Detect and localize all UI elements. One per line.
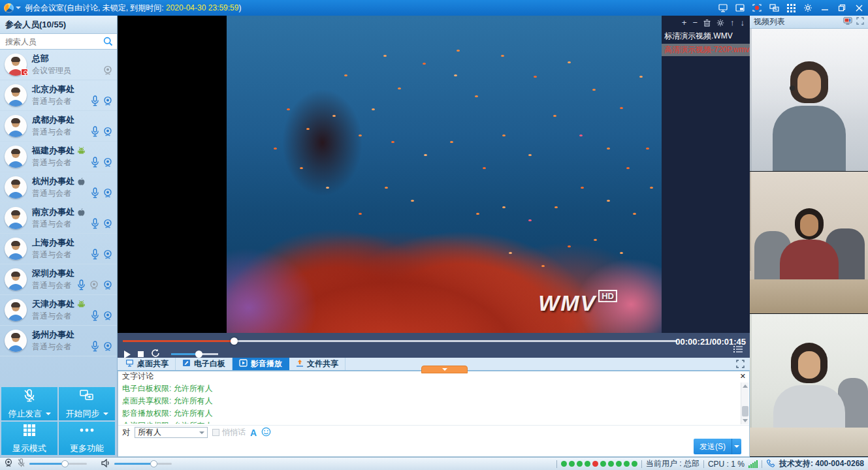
pip-window-button[interactable] (735, 3, 745, 12)
video-thumbnail-2[interactable] (750, 172, 868, 315)
webcam-icon[interactable] (103, 280, 113, 290)
mic-icon[interactable] (91, 95, 99, 106)
chat-scrollbar[interactable] (741, 383, 748, 424)
volume-slider[interactable] (171, 353, 218, 355)
move-up-button[interactable]: ↑ (730, 19, 735, 27)
send-options-button[interactable] (731, 439, 741, 454)
recipient-select[interactable]: 所有人 (135, 427, 208, 438)
mic-icon[interactable] (91, 341, 99, 352)
scroll-down-icon[interactable] (743, 419, 748, 422)
participant-name: 南京办事处 (32, 206, 74, 218)
webcam-icon[interactable] (103, 219, 113, 229)
mic-icon[interactable] (91, 218, 99, 229)
participant-role: 普通与会者 (32, 341, 71, 352)
slider-handle[interactable] (61, 460, 69, 467)
font-style-button[interactable]: A (250, 428, 257, 438)
video-content (227, 16, 230, 18)
playlist-item-label: 标清演示视频.WMV (664, 31, 733, 40)
progress-handle[interactable] (231, 337, 238, 345)
participant-row[interactable]: 总部 会议管理员 (0, 50, 117, 80)
webcam-icon[interactable] (103, 96, 113, 106)
participant-row[interactable]: 扬州办事处 普通与会者 (0, 326, 117, 356)
webcam-status-icon[interactable] (4, 458, 13, 469)
scrollbar-thumb[interactable] (742, 406, 748, 416)
chat-input-area[interactable]: 发送(S) (118, 439, 749, 456)
participant-row[interactable]: 成都办事处 普通与会者 (0, 111, 117, 142)
participant-row[interactable]: 北京办事处 普通与会者 (0, 80, 117, 111)
send-button[interactable]: 发送(S) (694, 439, 731, 454)
playlist-item[interactable]: 标清演示视频.WMV (662, 30, 750, 42)
fullscreen-expand-icon[interactable] (736, 360, 745, 370)
mic-icon[interactable] (91, 310, 99, 321)
record-button[interactable] (752, 3, 762, 12)
webcam-icon[interactable] (103, 188, 113, 198)
start-sync-button[interactable]: 开始同步 (59, 387, 115, 420)
participant-row[interactable]: 杭州办事处 普通与会者 (0, 172, 117, 203)
tab-file-share[interactable]: 文件共享 (289, 358, 346, 370)
mic-volume-slider[interactable] (29, 463, 87, 465)
tab-media-playback[interactable]: 影音播放 (233, 358, 289, 370)
webcam-icon[interactable] (103, 311, 113, 321)
webcam-gray-icon[interactable] (89, 280, 99, 290)
scroll-up-icon[interactable] (743, 384, 748, 388)
button-label: 停止发言 (8, 408, 42, 420)
volume-handle[interactable] (195, 351, 202, 358)
screen-share-button[interactable] (718, 3, 728, 12)
video-thumbnail-1[interactable] (750, 29, 868, 172)
tab-whiteboard[interactable]: 电子白板 (176, 358, 233, 370)
tab-desktop-share[interactable]: 桌面共享 (119, 358, 176, 370)
slider-handle[interactable] (150, 460, 157, 467)
participant-avatar (5, 176, 27, 198)
move-down-button[interactable]: ↓ (741, 19, 745, 27)
webcam-icon[interactable] (103, 341, 113, 352)
participant-row[interactable]: 天津办事处 普通与会者 (0, 295, 117, 326)
participant-row[interactable]: 上海办事处 普通与会者 (0, 234, 117, 264)
mic-icon[interactable] (91, 187, 99, 198)
playlist-settings-icon[interactable] (716, 19, 724, 27)
stop-button[interactable] (138, 351, 144, 357)
whisper-checkbox[interactable] (212, 429, 219, 436)
search-icon[interactable] (103, 37, 113, 48)
mic-icon[interactable] (77, 279, 86, 290)
trash-icon[interactable] (703, 19, 711, 27)
settings-gear-icon[interactable] (803, 3, 813, 12)
stop-speaking-button[interactable]: 停止发言 (1, 387, 57, 420)
video-thumbnail-3[interactable] (750, 314, 868, 457)
status-dot (632, 461, 637, 467)
display-mode-button[interactable]: 显示模式 (1, 422, 57, 455)
webcam-gray-icon[interactable] (103, 65, 113, 76)
chevron-down-icon[interactable] (16, 7, 21, 9)
add-media-button[interactable]: + (682, 19, 687, 27)
mic-icon[interactable] (91, 126, 99, 137)
close-icon[interactable]: ✕ (740, 371, 746, 381)
minimize-button[interactable] (820, 3, 830, 12)
restore-button[interactable] (837, 3, 847, 12)
participant-row[interactable]: 南京办事处 普通与会者 (0, 203, 117, 234)
chat-collapse-handle[interactable] (421, 366, 468, 373)
display-grid-button[interactable] (786, 3, 796, 12)
speaker-volume-slider[interactable] (114, 463, 172, 465)
close-button[interactable] (854, 3, 864, 12)
speaker-icon[interactable] (101, 459, 110, 469)
webcam-icon[interactable] (103, 127, 113, 137)
playlist-item-selected[interactable]: 高清演示视频-720P.wmv 删除 (662, 44, 750, 56)
network-screens-button[interactable] (769, 3, 779, 12)
participant-row[interactable]: 深圳办事处 普通与会者 (0, 264, 117, 295)
mic-muted-icon[interactable] (17, 458, 25, 470)
remove-media-button[interactable]: − (692, 19, 698, 27)
mic-icon[interactable] (91, 157, 99, 168)
webcam-icon[interactable] (103, 249, 113, 260)
progress-bar[interactable] (123, 340, 677, 342)
playlist-toggle-icon[interactable] (733, 345, 743, 355)
participant-row[interactable]: 福建办事处 普通与会者 (0, 142, 117, 172)
expand-panel-icon[interactable] (856, 17, 864, 27)
monitor-video-icon[interactable] (843, 17, 852, 27)
webcam-icon[interactable] (103, 157, 113, 168)
emoji-icon[interactable] (261, 427, 271, 439)
more-functions-button[interactable]: 更多功能 (59, 422, 115, 455)
play-button[interactable] (124, 351, 131, 358)
status-dot (569, 461, 575, 467)
app-logo-icon[interactable] (4, 3, 14, 13)
search-input[interactable] (0, 34, 117, 49)
mic-icon[interactable] (91, 249, 99, 260)
